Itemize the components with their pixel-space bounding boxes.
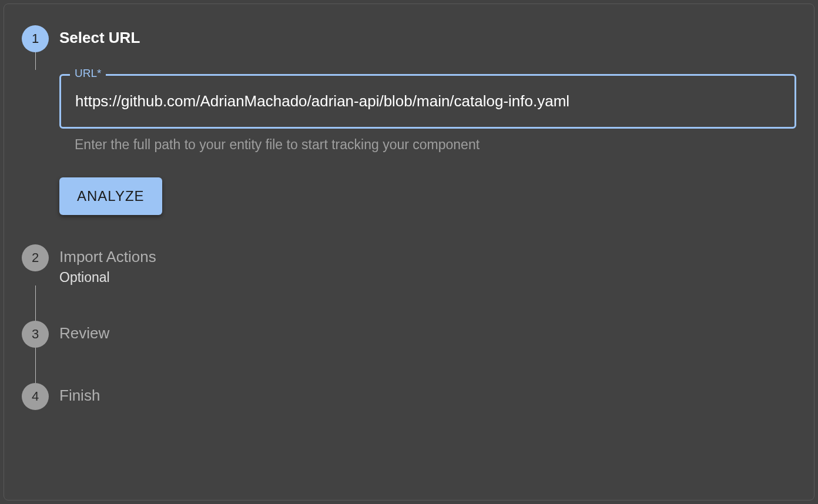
url-field-wrapper: URL* [59, 74, 796, 129]
url-input[interactable] [59, 74, 796, 129]
step-number-badge: 2 [22, 244, 49, 271]
step-title: Finish [59, 387, 796, 405]
url-field-label: URL* [70, 67, 106, 80]
step-connector [35, 348, 36, 383]
step-number-badge: 4 [22, 383, 49, 410]
step-connector-wrapper [22, 348, 49, 383]
url-helper-text: Enter the full path to your entity file … [59, 137, 796, 153]
step-title: Review [59, 324, 796, 342]
step-subtitle: Optional [59, 270, 796, 285]
step-content: URL* Enter the full path to your entity … [59, 74, 796, 244]
step-import-actions: 2 Import Actions Optional [22, 244, 796, 285]
step-connector-wrapper [22, 285, 49, 321]
step-connector [35, 285, 36, 321]
step-finish: 4 Finish [22, 383, 796, 410]
analyze-button[interactable]: ANALYZE [59, 177, 162, 215]
stepper-panel: 1 Select URL URL* Enter the full path to… [4, 4, 814, 500]
step-review: 3 Review [22, 321, 796, 348]
step-select-url: 1 Select URL URL* Enter the full path to… [22, 25, 796, 244]
step-title: Select URL [59, 29, 796, 47]
step-number-badge: 1 [22, 25, 49, 52]
step-number-badge: 3 [22, 321, 49, 348]
step-title: Import Actions [59, 248, 796, 266]
step-connector [35, 52, 36, 70]
stepper: 1 Select URL URL* Enter the full path to… [22, 25, 796, 410]
